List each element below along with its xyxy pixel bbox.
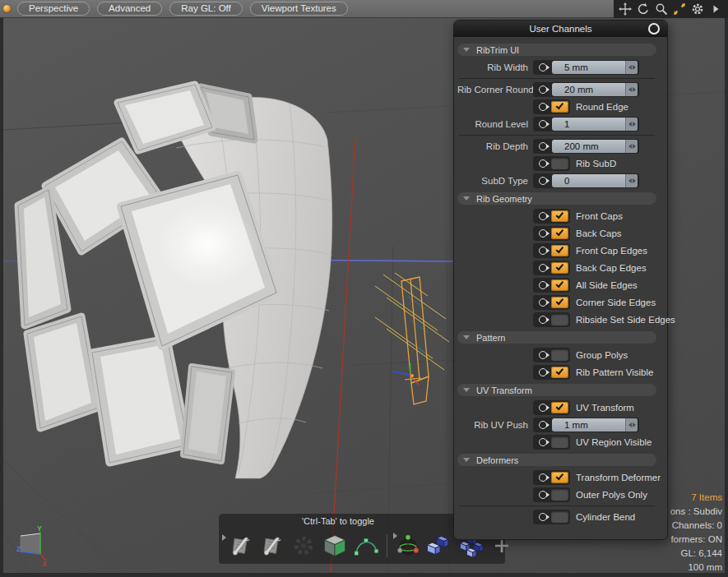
channel-mode-button[interactable] bbox=[535, 101, 550, 113]
array-cubes-icon[interactable] bbox=[425, 532, 453, 560]
value-input-rib-width[interactable]: 5 mm bbox=[552, 61, 638, 74]
channel-control: 1 bbox=[533, 117, 639, 132]
mini-slider-icon[interactable] bbox=[625, 174, 638, 187]
value-input-subd-type[interactable]: 0 bbox=[552, 174, 638, 187]
channel-mode-button[interactable] bbox=[535, 472, 550, 483]
channel-row-front-cap-edges: Front Cap Edges bbox=[457, 242, 656, 259]
viewport-button-advanced[interactable]: Advanced bbox=[97, 2, 162, 16]
channel-row-rib-pattern-visible: Rib Pattern Visible bbox=[457, 363, 656, 381]
mini-slider-icon[interactable] bbox=[625, 83, 638, 96]
settings-gear-icon[interactable] bbox=[691, 2, 704, 16]
falloff-gizmo-icon[interactable] bbox=[394, 532, 422, 560]
channel-control bbox=[533, 470, 570, 485]
cube-icon[interactable] bbox=[321, 532, 349, 560]
input-value: 1 bbox=[552, 119, 569, 129]
checkbox-cylinder-bend[interactable] bbox=[551, 511, 568, 523]
channel-mode-button[interactable] bbox=[535, 367, 550, 378]
script-tool-icon[interactable] bbox=[227, 532, 255, 560]
viewport-button-viewport-textures[interactable]: Viewport Textures bbox=[250, 2, 348, 16]
channel-mode-button[interactable] bbox=[535, 158, 550, 169]
axis-y-label: Y bbox=[37, 524, 42, 533]
channel-mode-button[interactable] bbox=[535, 297, 550, 308]
divider bbox=[459, 78, 655, 79]
viewport-button-ray-gl-off[interactable]: Ray GL: Off bbox=[169, 2, 243, 16]
checkbox-transform-deformer[interactable] bbox=[551, 472, 568, 483]
checkbox-label: All Side Edges bbox=[576, 280, 638, 290]
checkbox-outer-polys-only[interactable] bbox=[551, 489, 568, 501]
user-channels-panel: User Channels RibTrim UIRib Width5 mmRib… bbox=[453, 20, 668, 540]
value-input-rib-uv-push[interactable]: 1 mm bbox=[552, 418, 638, 432]
orbit-icon[interactable] bbox=[637, 2, 650, 16]
channel-mode-button[interactable] bbox=[535, 314, 550, 325]
check-icon bbox=[556, 210, 564, 219]
channel-state-icon bbox=[539, 298, 547, 307]
zoom-icon[interactable] bbox=[655, 2, 668, 16]
checkbox-back-cap-edges[interactable] bbox=[551, 262, 568, 274]
maximize-icon[interactable] bbox=[673, 2, 686, 16]
channel-mode-button[interactable] bbox=[535, 349, 550, 361]
section-header-pattern[interactable]: Pattern bbox=[457, 331, 656, 344]
channel-mode-button[interactable] bbox=[535, 245, 550, 256]
checkbox-round-edge[interactable] bbox=[551, 101, 568, 113]
pan-icon[interactable] bbox=[619, 2, 632, 16]
script-tool-2-icon[interactable] bbox=[258, 532, 286, 560]
channel-mode-button[interactable] bbox=[535, 279, 550, 291]
mini-slider-icon[interactable] bbox=[625, 61, 638, 74]
channel-mode-button[interactable] bbox=[535, 419, 550, 431]
channel-mode-button[interactable] bbox=[535, 118, 550, 130]
channel-control bbox=[533, 209, 570, 224]
checkbox-front-cap-edges[interactable] bbox=[551, 245, 568, 256]
checkbox-ribside-set-side-edges[interactable] bbox=[551, 314, 568, 325]
channel-mode-button[interactable] bbox=[535, 141, 550, 152]
mini-slider-icon[interactable] bbox=[625, 140, 638, 153]
channel-mode-button[interactable] bbox=[535, 402, 550, 413]
channel-control: 1 mm bbox=[533, 418, 639, 432]
checkbox-corner-side-edges[interactable] bbox=[551, 297, 568, 308]
channel-control bbox=[533, 261, 570, 275]
axis-z-label: Z bbox=[16, 545, 21, 553]
value-input-round-level[interactable]: 1 bbox=[552, 118, 638, 131]
channel-row-round-edge: Round Edge bbox=[457, 98, 656, 115]
panel-header[interactable]: User Channels bbox=[454, 21, 667, 37]
section-header-deformers[interactable]: Deformers bbox=[457, 454, 656, 466]
channel-control bbox=[533, 312, 570, 327]
checkbox-rib-subd[interactable] bbox=[551, 158, 568, 169]
checkbox-uv-region-visible[interactable] bbox=[551, 436, 568, 448]
section-header-ribtrim-ui[interactable]: RibTrim UI bbox=[457, 44, 656, 56]
expand-arrow-icon[interactable] bbox=[709, 2, 722, 16]
channel-row-rib-subd: Rib SubD bbox=[457, 155, 656, 172]
mini-slider-icon[interactable] bbox=[625, 418, 638, 432]
mini-slider-icon[interactable] bbox=[625, 118, 638, 131]
channel-mode-button[interactable] bbox=[535, 210, 550, 222]
channel-mode-button[interactable] bbox=[535, 511, 550, 523]
checkbox-label: Back Caps bbox=[576, 228, 622, 238]
viewport-header-bar: PerspectiveAdvancedRay GL: OffViewport T… bbox=[0, 0, 728, 18]
channel-mode-button[interactable] bbox=[535, 62, 550, 73]
channel-row-cylinder-bend: Cylinder Bend bbox=[457, 508, 656, 525]
channel-state-icon bbox=[539, 281, 547, 289]
channel-mode-button[interactable] bbox=[535, 228, 550, 239]
value-input-rib-corner-round[interactable]: 20 mm bbox=[552, 83, 638, 96]
section-header-rib-geometry[interactable]: Rib Geometry bbox=[457, 192, 656, 205]
checkbox-back-caps[interactable] bbox=[551, 228, 568, 239]
checkbox-uv-transform[interactable] bbox=[551, 402, 568, 413]
channel-mode-button[interactable] bbox=[535, 175, 550, 187]
gear-icon[interactable] bbox=[290, 532, 318, 560]
channel-mode-button[interactable] bbox=[535, 84, 550, 95]
curve-icon[interactable] bbox=[352, 532, 380, 560]
checkbox-rib-pattern-visible[interactable] bbox=[551, 367, 568, 378]
channel-control bbox=[533, 243, 570, 258]
divider bbox=[459, 135, 655, 136]
status-lines: ons : SubdivChannels: 0formers: ONGL: 6,… bbox=[670, 505, 722, 575]
checkbox-group-polys[interactable] bbox=[551, 349, 568, 361]
channel-mode-button[interactable] bbox=[535, 489, 550, 501]
viewport-button-perspective[interactable]: Perspective bbox=[17, 2, 90, 16]
toolbar-divider bbox=[387, 534, 387, 557]
checkbox-front-caps[interactable] bbox=[551, 210, 568, 222]
checkbox-all-side-edges[interactable] bbox=[551, 279, 568, 291]
channel-mode-button[interactable] bbox=[535, 262, 550, 274]
section-header-uv-transform[interactable]: UV Transform bbox=[457, 384, 656, 396]
channel-mode-button[interactable] bbox=[535, 436, 550, 448]
value-input-rib-depth[interactable]: 200 mm bbox=[552, 140, 638, 153]
panel-options-ring-icon[interactable] bbox=[648, 23, 660, 35]
